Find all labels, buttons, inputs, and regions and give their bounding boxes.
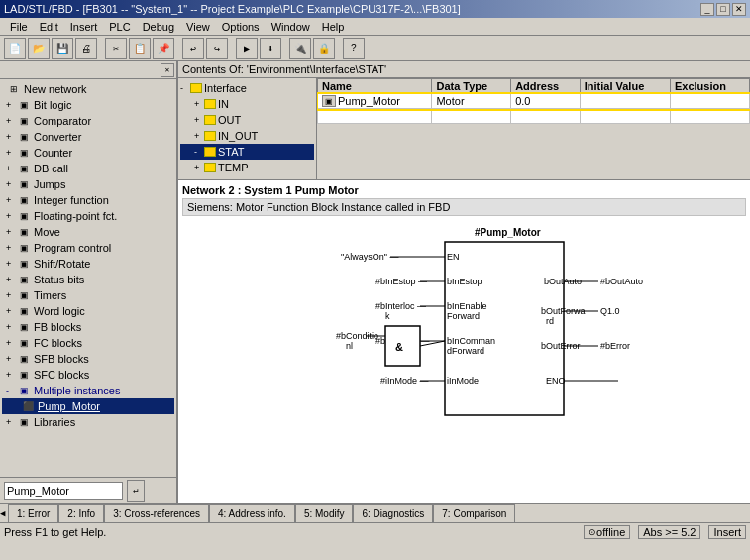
interface-in-out[interactable]: + IN_OUT	[180, 128, 314, 144]
network-area[interactable]: Network 2 : System 1 Pump Motor Siemens:…	[178, 180, 750, 503]
timers-icon: ▣	[16, 288, 32, 302]
open-btn[interactable]: 📂	[28, 38, 50, 59]
tree-item-fc-blocks[interactable]: + ▣ FC blocks	[2, 335, 174, 351]
jumps-icon: ▣	[16, 177, 32, 191]
svg-text:nl: nl	[346, 341, 353, 351]
svg-text:EN: EN	[447, 252, 460, 262]
interface-tree: - Interface + IN + OUT	[178, 78, 317, 179]
menu-plc[interactable]: PLC	[103, 20, 136, 34]
tree-item-timers[interactable]: + ▣ Timers	[2, 287, 174, 303]
tree-item-libraries[interactable]: + ▣ Libraries	[2, 414, 174, 430]
offline-btn[interactable]: 🔒	[313, 38, 335, 59]
tree-item-sfb-blocks[interactable]: + ▣ SFB blocks	[2, 351, 174, 367]
menu-file[interactable]: File	[4, 20, 34, 34]
tree-item-counter[interactable]: + ▣ Counter	[2, 145, 174, 161]
menu-help[interactable]: Help	[316, 20, 351, 34]
tree-item-jumps[interactable]: + ▣ Jumps	[2, 176, 174, 192]
tab-error[interactable]: 1: Error	[8, 504, 58, 522]
network-description: Siemens: Motor Function Block Instance c…	[182, 198, 746, 216]
download-btn[interactable]: ⬇	[260, 38, 281, 59]
menu-options[interactable]: Options	[216, 20, 266, 34]
menu-insert[interactable]: Insert	[64, 20, 104, 34]
tab-comparison[interactable]: 7: Comparison	[433, 504, 515, 522]
menu-edit[interactable]: Edit	[34, 20, 64, 34]
tab-address-info[interactable]: 4: Address info.	[209, 504, 295, 522]
online-btn[interactable]: 🔌	[289, 38, 311, 59]
abs-indicator: Abs >= 5.2	[638, 525, 700, 539]
help-btn[interactable]: ?	[343, 38, 365, 59]
tree-item-converter[interactable]: + ▣ Converter	[2, 129, 174, 145]
bottom-input-area: ↵	[0, 477, 176, 503]
abs-value: Abs >= 5.2	[643, 526, 696, 538]
interface-temp[interactable]: + TEMP	[180, 160, 314, 175]
interface-stat[interactable]: - STAT	[180, 144, 314, 160]
tree-item-multiple-instances[interactable]: - ▣ Multiple instances	[2, 383, 174, 398]
menu-debug[interactable]: Debug	[137, 20, 180, 34]
row2-name	[318, 109, 432, 124]
main-area: ✕ ⊞ New network + ▣ Bit logic + ▣ Compar…	[0, 61, 750, 503]
minimize-button[interactable]: _	[700, 3, 714, 16]
new-btn[interactable]: 📄	[4, 38, 26, 59]
svg-text:k: k	[385, 311, 390, 321]
tree-item-fb-blocks[interactable]: + ▣ FB blocks	[2, 319, 174, 335]
mode-value: Insert	[713, 526, 741, 538]
tree-item-db-call[interactable]: + ▣ DB call	[2, 161, 174, 176]
pump-row-icon: ▣	[322, 95, 336, 107]
pgm-icon: ▣	[16, 241, 32, 255]
tab-scroll-left[interactable]: ◀	[0, 509, 5, 519]
status-icon: ▣	[16, 273, 32, 286]
tree-item-sfc-blocks[interactable]: + ▣ SFC blocks	[2, 367, 174, 383]
svg-text:bOutForwa: bOutForwa	[541, 306, 586, 316]
svg-text:bOutError: bOutError	[541, 341, 581, 351]
title-bar: LAD/STL/FBD - [FB301 -- "System_1" -- Pr…	[0, 0, 750, 18]
col-name: Name	[318, 79, 432, 94]
panel-close-btn[interactable]: ✕	[161, 63, 174, 77]
new-network-icon: ⊞	[6, 82, 22, 96]
tree-item-move[interactable]: + ▣ Move	[2, 224, 174, 240]
tab-modify[interactable]: 5: Modify	[295, 504, 354, 522]
row1-name: ▣ Pump_Motor	[318, 94, 432, 109]
print-btn[interactable]: 🖨	[75, 38, 97, 59]
tab-cross-references[interactable]: 3: Cross-references	[104, 504, 209, 522]
tree-item-pump-motor[interactable]: ⬛ Pump_Motor	[2, 398, 174, 414]
save-btn[interactable]: 💾	[52, 38, 73, 59]
stat-table: Name Data Type Address Initial Value Exc…	[317, 78, 750, 124]
redo-btn[interactable]: ↪	[206, 38, 228, 59]
tab-info[interactable]: 2: Info	[58, 504, 104, 522]
db-icon: ▣	[16, 162, 32, 175]
menu-window[interactable]: Window	[266, 20, 316, 34]
copy-btn[interactable]: 📋	[129, 38, 151, 59]
undo-btn[interactable]: ↩	[182, 38, 204, 59]
svg-text:rd: rd	[546, 316, 554, 326]
tree-item-float[interactable]: + ▣ Floating-point fct.	[2, 208, 174, 224]
cut-btn[interactable]: ✂	[105, 38, 127, 59]
table-row-empty[interactable]	[318, 109, 750, 124]
stat-content: - Interface + IN + OUT	[178, 78, 750, 179]
tree-item-comparator[interactable]: + ▣ Comparator	[2, 113, 174, 129]
maximize-button[interactable]: □	[716, 3, 730, 16]
interface-in[interactable]: + IN	[180, 96, 314, 112]
row1-address: 0.0	[511, 94, 581, 109]
tree-item-new-network[interactable]: ⊞ New network	[2, 81, 174, 97]
tab-diagnostics[interactable]: 6: Diagnostics	[353, 504, 433, 522]
tree-item-word-logic[interactable]: + ▣ Word logic	[2, 303, 174, 319]
paste-btn[interactable]: 📌	[153, 38, 174, 59]
move-icon: ▣	[16, 225, 32, 239]
compile-btn[interactable]: ▶	[236, 38, 258, 59]
table-row[interactable]: ▣ Pump_Motor Motor 0.0	[318, 94, 750, 109]
interface-out[interactable]: + OUT	[180, 112, 314, 128]
tree-item-bit-logic[interactable]: + ▣ Bit logic	[2, 97, 174, 113]
svg-text:Q1.0: Q1.0	[600, 306, 620, 316]
menu-view[interactable]: View	[180, 20, 216, 34]
tree-item-integer[interactable]: + ▣ Integer function	[2, 192, 174, 208]
close-button[interactable]: ✕	[732, 3, 746, 16]
col-datatype: Data Type	[432, 79, 511, 94]
stat-area: Contents Of: 'Environment\Interface\STAT…	[178, 61, 750, 180]
fc-icon: ▣	[16, 336, 32, 350]
tree-item-shift-rotate[interactable]: + ▣ Shift/Rotate	[2, 256, 174, 272]
pump-motor-input[interactable]	[4, 482, 123, 500]
interface-root[interactable]: - Interface	[180, 80, 314, 96]
tree-item-program-control[interactable]: + ▣ Program control	[2, 240, 174, 256]
enter-button[interactable]: ↵	[127, 480, 145, 502]
tree-item-status-bits[interactable]: + ▣ Status bits	[2, 272, 174, 287]
